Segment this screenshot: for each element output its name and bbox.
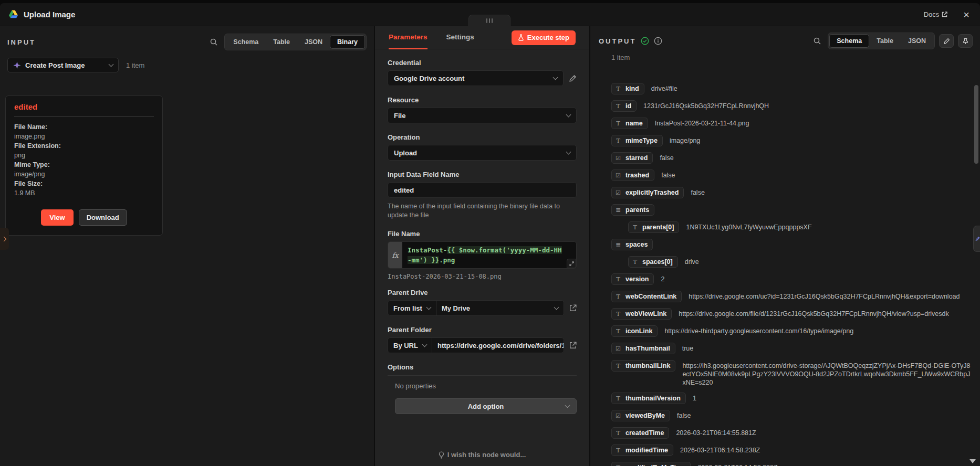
open-folder-external-icon[interactable]	[569, 342, 577, 349]
boolean-type-icon: ☑	[615, 172, 621, 179]
node-feedback-link[interactable]: I wish this node would...	[375, 451, 589, 459]
schema-value: https://drive-thirdparty.googleuserconte…	[664, 327, 853, 335]
schema-key-pill[interactable]: TcreatedTime	[611, 427, 669, 439]
expand-expression-icon[interactable]	[567, 259, 576, 268]
schema-value: 1	[693, 394, 696, 403]
file-name-label: File Name	[388, 230, 577, 238]
operation-select[interactable]: Upload	[388, 145, 577, 161]
schema-key: webViewLink	[625, 310, 666, 318]
schema-key-pill[interactable]: TmodifiedTime	[611, 444, 673, 456]
schema-key-pill[interactable]: ☑trashed	[611, 170, 654, 181]
schema-key-pill[interactable]: Tid	[611, 100, 637, 112]
output-scrollbar[interactable]	[974, 60, 978, 464]
pin-data-button[interactable]	[958, 34, 973, 48]
schema-value: 2	[661, 275, 664, 283]
parent-drive-label: Parent Drive	[388, 289, 577, 296]
schema-key-pill[interactable]: ☑hasThumbnail	[611, 343, 675, 354]
schema-key-pill[interactable]: TwebViewLink	[611, 308, 672, 320]
schema-row-name: TnameInstaPost-2026-03-21-11-44.png	[611, 118, 972, 129]
input-data-field-name-field: Input Data Field Name edited The name of…	[388, 171, 577, 220]
schema-key-pill[interactable]: ☑starred	[611, 152, 653, 164]
schema-key-pill[interactable]: TthumbnailVersion	[611, 393, 686, 404]
edit-output-edge-handle[interactable]	[973, 226, 980, 252]
schema-key-pill[interactable]: ≡parents	[611, 204, 654, 216]
expression-code[interactable]: InstaPost-{{ $now.format('yyyy-MM-dd-HH-…	[402, 242, 576, 268]
output-schema-tree: Tkinddrive#fileTid1231rGcJ16Qsk5bGq32H7F…	[611, 83, 972, 466]
scroll-down-indicator[interactable]	[969, 459, 976, 463]
schema-row-parents: ≡parents	[611, 204, 972, 216]
google-drive-icon	[8, 9, 18, 19]
view-button[interactable]: View	[41, 209, 73, 226]
schema-key-pill[interactable]: Tspaces[0]	[628, 256, 678, 268]
schema-key-pill[interactable]: TmodifiedByMeTime	[611, 462, 691, 466]
schema-key-pill[interactable]: Tparents[0]	[628, 221, 679, 233]
schema-key: id	[625, 102, 631, 110]
tab-settings[interactable]: Settings	[446, 26, 474, 49]
schema-key-pill[interactable]: TiconLink	[611, 325, 658, 337]
edit-credential-icon[interactable]	[569, 75, 577, 82]
tab-parameters[interactable]: Parameters	[389, 26, 428, 49]
execute-step-button[interactable]: Execute step	[512, 30, 576, 45]
parent-drive-value-select[interactable]: My Drive	[436, 301, 564, 315]
schema-key-pill[interactable]: ☑viewedByMe	[611, 410, 670, 421]
input-data-field-help: The name of the input field containing t…	[388, 202, 577, 220]
schema-key: kind	[625, 84, 639, 93]
schema-key-pill[interactable]: Tversion	[611, 273, 654, 285]
parent-folder-url: https://drive.google.com/drive/folders/1…	[437, 342, 564, 350]
input-tab-table[interactable]: Table	[266, 35, 297, 49]
schema-key: name	[625, 119, 643, 128]
search-icon[interactable]	[813, 37, 821, 45]
parent-folder-mode-select[interactable]: By URL	[388, 338, 432, 353]
string-type-icon: T	[615, 447, 621, 454]
schema-key-pill[interactable]: ☑explicitlyTrashed	[611, 187, 684, 198]
download-button[interactable]: Download	[79, 209, 127, 226]
resource-select[interactable]: File	[388, 108, 577, 123]
docs-link[interactable]: Docs	[924, 10, 948, 18]
schema-key-pill[interactable]: TthumbnailLink	[611, 360, 675, 372]
edit-output-button[interactable]	[939, 34, 954, 48]
output-tab-json[interactable]: JSON	[901, 34, 933, 48]
close-icon[interactable]: ×	[961, 8, 972, 21]
info-icon[interactable]	[654, 37, 662, 45]
input-tab-binary[interactable]: Binary	[330, 35, 365, 49]
binary-field-label: File Name:	[14, 122, 154, 132]
node-title: Upload Image	[24, 10, 75, 19]
panel-drag-handle[interactable]	[468, 15, 510, 26]
parent-folder-url-input[interactable]: https://drive.google.com/drive/folders/1…	[432, 338, 564, 353]
schema-value: https://lh3.googleusercontent.com/drive-…	[682, 362, 972, 387]
open-drive-external-icon[interactable]	[569, 304, 577, 312]
output-tab-table[interactable]: Table	[869, 34, 901, 48]
schema-key-pill[interactable]: TmimeType	[611, 135, 663, 146]
schema-key-pill[interactable]: Tkind	[611, 83, 644, 94]
output-items-count: 1 item	[611, 54, 980, 61]
flask-icon	[518, 34, 524, 41]
expand-input-panel-handle[interactable]	[0, 228, 9, 250]
schema-row-trashed: ☑trashedfalse	[611, 170, 972, 181]
file-name-expression-input[interactable]: fx InstaPost-{{ $now.format('yyyy-MM-dd-…	[388, 241, 577, 269]
string-type-icon: T	[615, 310, 621, 318]
schema-value: drive#file	[651, 84, 677, 93]
schema-key-pill[interactable]: ≡spaces	[611, 239, 653, 250]
scrollbar-thumb[interactable]	[974, 85, 978, 164]
credential-label: Credential	[388, 59, 577, 67]
output-tab-schema[interactable]: Schema	[829, 34, 869, 48]
schema-key-pill[interactable]: Tname	[611, 118, 648, 129]
add-option-button[interactable]: Add option	[395, 398, 577, 414]
input-data-field-input[interactable]: edited	[388, 182, 577, 198]
schema-key: explicitlyTrashed	[625, 188, 679, 197]
schema-row-spaces0: Tspaces[0]drive	[628, 256, 972, 268]
input-tab-schema[interactable]: Schema	[226, 35, 266, 49]
expression-resolved-value: InstaPost-2026-03-21-15-08.png	[388, 273, 577, 280]
schema-key: mimeType	[625, 136, 658, 145]
schema-value: false	[691, 188, 704, 197]
parent-drive-mode-select[interactable]: From list	[388, 301, 436, 315]
schema-row-kind: Tkinddrive#file	[611, 83, 972, 94]
credential-select[interactable]: Google Drive account	[388, 70, 564, 86]
output-display-tabs: SchemaTableJSON	[828, 33, 935, 49]
input-tab-json[interactable]: JSON	[297, 35, 330, 49]
schema-row-version: Tversion2	[611, 273, 972, 285]
search-icon[interactable]	[210, 38, 218, 46]
input-source-select[interactable]: Create Post Image	[7, 58, 119, 72]
schema-key-pill[interactable]: TwebContentLink	[611, 291, 682, 302]
schema-row-viewedByMe: ☑viewedByMefalse	[611, 410, 972, 421]
